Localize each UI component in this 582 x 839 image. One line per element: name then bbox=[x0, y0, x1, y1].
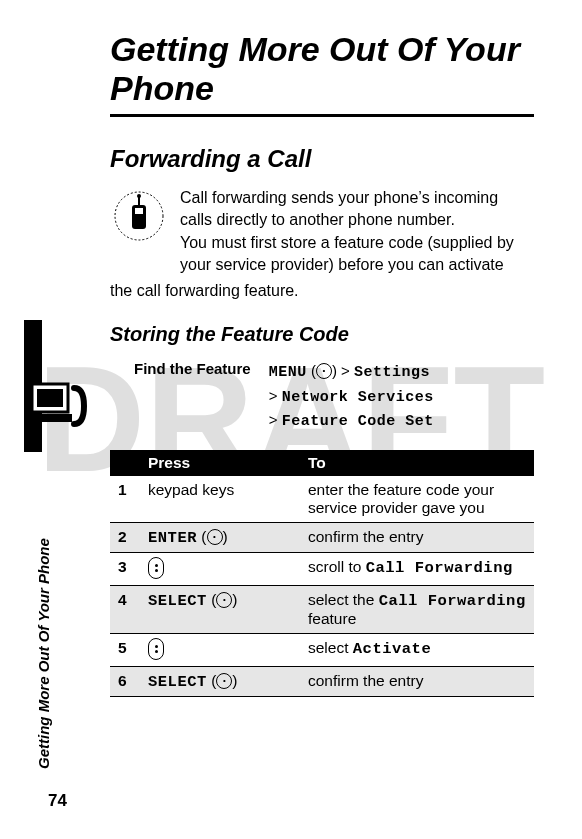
svg-rect-5 bbox=[135, 208, 143, 214]
intro-paragraph-1: Call forwarding sends your phone’s incom… bbox=[180, 187, 534, 230]
col-header-to: To bbox=[300, 450, 534, 476]
step-to: confirm the entry bbox=[300, 666, 534, 696]
step-to: select the Call Forwarding feature bbox=[300, 585, 534, 633]
step-to: enter the feature code your service prov… bbox=[300, 476, 534, 523]
nav-key-icon bbox=[148, 557, 164, 579]
section-heading: Forwarding a Call bbox=[110, 145, 534, 173]
softkey-icon bbox=[216, 592, 232, 608]
step-number: 6 bbox=[110, 666, 140, 696]
step-to: select Activate bbox=[300, 633, 534, 666]
step-number: 5 bbox=[110, 633, 140, 666]
nav-key-icon bbox=[148, 638, 164, 660]
intro-paragraph-2-cont: the call forwarding feature. bbox=[110, 280, 534, 302]
menu-text: Call Forwarding bbox=[379, 592, 526, 610]
step-press: keypad keys bbox=[140, 476, 300, 523]
menu-text: Activate bbox=[353, 640, 431, 658]
step-to: confirm the entry bbox=[300, 522, 534, 552]
table-row: 5 select Activate bbox=[110, 633, 534, 666]
softkey-label: SELECT bbox=[148, 592, 207, 610]
menu-item-network-services: Network Services bbox=[282, 389, 434, 406]
page-title: Getting More Out Of Your Phone bbox=[110, 30, 534, 117]
find-label: Find the Feature bbox=[134, 360, 251, 434]
step-press bbox=[140, 633, 300, 666]
table-row: 1 keypad keys enter the feature code you… bbox=[110, 476, 534, 523]
table-row: 3 scroll to Call Forwarding bbox=[110, 552, 534, 585]
step-number: 3 bbox=[110, 552, 140, 585]
table-row: 4 SELECT () select the Call Forwarding f… bbox=[110, 585, 534, 633]
step-press: SELECT () bbox=[140, 666, 300, 696]
softkey-icon bbox=[207, 529, 223, 545]
menu-text: Call Forwarding bbox=[366, 559, 513, 577]
softkey-label: SELECT bbox=[148, 673, 207, 691]
step-number: 2 bbox=[110, 522, 140, 552]
step-to: scroll to Call Forwarding bbox=[300, 552, 534, 585]
menu-key-label: MENU bbox=[269, 364, 307, 381]
find-the-feature: Find the Feature MENU () > Settings > Ne… bbox=[134, 360, 534, 434]
softkey-label: ENTER bbox=[148, 529, 197, 547]
step-press: SELECT () bbox=[140, 585, 300, 633]
menu-item-feature-code-set: Feature Code Set bbox=[282, 413, 434, 430]
table-row: 6 SELECT () confirm the entry bbox=[110, 666, 534, 696]
col-header-blank bbox=[110, 450, 140, 476]
step-number: 4 bbox=[110, 585, 140, 633]
menu-key-icon bbox=[316, 363, 332, 379]
subsection-heading: Storing the Feature Code bbox=[110, 323, 534, 346]
intro-text: Call forwarding sends your phone’s incom… bbox=[180, 187, 534, 277]
softkey-icon bbox=[216, 673, 232, 689]
menu-item-settings: Settings bbox=[354, 364, 430, 381]
intro-paragraph-2-part: You must first store a feature code (sup… bbox=[180, 232, 534, 275]
network-dependent-icon bbox=[110, 187, 168, 245]
steps-table: Press To 1 keypad keys enter the feature… bbox=[110, 450, 534, 697]
page-number: 74 bbox=[48, 791, 67, 811]
step-press: ENTER () bbox=[140, 522, 300, 552]
svg-point-7 bbox=[137, 194, 141, 198]
step-press bbox=[140, 552, 300, 585]
step-number: 1 bbox=[110, 476, 140, 523]
col-header-press: Press bbox=[140, 450, 300, 476]
menu-path: MENU () > Settings > Network Services > … bbox=[269, 360, 434, 434]
table-row: 2 ENTER () confirm the entry bbox=[110, 522, 534, 552]
